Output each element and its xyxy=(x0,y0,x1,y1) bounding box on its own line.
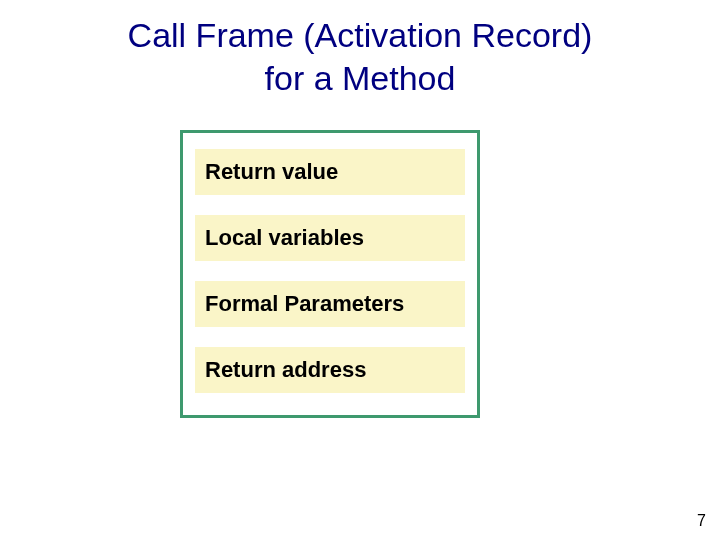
title-line-1: Call Frame (Activation Record) xyxy=(128,16,593,54)
slot-local-variables: Local variables xyxy=(195,215,465,261)
slot-return-value: Return value xyxy=(195,149,465,195)
title-line-2: for a Method xyxy=(265,59,456,97)
slot-return-address: Return address xyxy=(195,347,465,393)
slide-title: Call Frame (Activation Record) for a Met… xyxy=(0,0,720,99)
page-number: 7 xyxy=(697,512,706,530)
slot-formal-parameters: Formal Parameters xyxy=(195,281,465,327)
call-frame-box: Return value Local variables Formal Para… xyxy=(180,130,480,418)
